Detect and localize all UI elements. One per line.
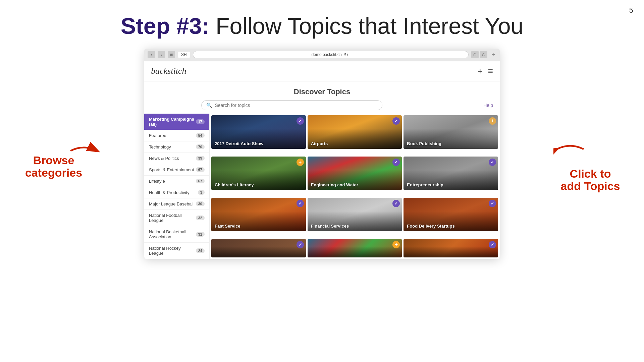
add-button[interactable]: +: [478, 66, 483, 76]
sidebar-item-2[interactable]: Technology70: [144, 141, 209, 153]
search-icon: 🔍: [206, 103, 212, 108]
topic-card-3[interactable]: Children's Literacy +: [211, 157, 306, 190]
topic-name-2: Book Publishing: [407, 141, 488, 146]
topic-card-more-3[interactable]: ✓: [404, 239, 498, 257]
topic-check-badge-0: ✓: [297, 117, 304, 125]
topic-check-badge-7: ✓: [392, 200, 400, 207]
sidebar-badge-1: 54: [196, 133, 205, 138]
topic-name-3: Children's Literacy: [215, 182, 296, 187]
sidebar-badge-2: 70: [196, 144, 205, 149]
sidebar-badge-4: 67: [196, 167, 205, 172]
browser-url-bar[interactable]: demo.backstit.ch ↻: [193, 51, 469, 58]
topic-card-1[interactable]: Airports ✓: [308, 115, 402, 149]
search-input[interactable]: [215, 103, 377, 108]
topic-card-5[interactable]: Entrepreneurship ✓: [404, 157, 498, 190]
topic-card-2[interactable]: Book Publishing +: [404, 115, 498, 149]
topic-card-0[interactable]: 2017 Detroit Auto Show ✓: [211, 115, 306, 149]
topic-name-8: Food Delivery Startups: [407, 224, 488, 229]
topic-check-badge-4: ✓: [392, 159, 400, 166]
help-link[interactable]: Help: [483, 103, 493, 108]
arrow-right-icon: [553, 139, 587, 159]
app-logo: backstitch: [151, 66, 186, 76]
header-actions: + ≡: [478, 66, 493, 76]
sidebar-item-6[interactable]: Health & Productivity3: [144, 187, 209, 198]
sidebar-item-4[interactable]: Sports & Entertainment67: [144, 164, 209, 176]
discover-title: Discover Topics: [151, 87, 493, 96]
topics-grid: 2017 Detroit Auto Show ✓ Airports ✓ Book…: [210, 114, 500, 239]
browser-share-button[interactable]: ⬡: [471, 51, 479, 58]
topic-check-badge-8: ✓: [489, 200, 496, 207]
heading-regular: Follow Topics that Interest You: [209, 13, 523, 39]
main-layout: Marketing Campaigns (all)17Featured54Tec…: [144, 114, 500, 259]
browser-chrome: ‹ › ⊞ SH demo.backstit.ch ↻ ⬡ ⬡ +: [144, 49, 500, 61]
sidebar: Marketing Campaigns (all)17Featured54Tec…: [144, 114, 210, 259]
annotation-right: Click to add Topics: [553, 168, 627, 193]
sidebar-label-9: National Basketball Association: [149, 229, 196, 239]
topic-name-6: Fast Service: [215, 224, 296, 229]
browser-download-button[interactable]: ⬡: [480, 51, 487, 58]
sidebar-badge-8: 32: [196, 216, 205, 220]
browser-actions: ⬡ ⬡: [471, 51, 487, 58]
sidebar-item-5[interactable]: Lifestyle67: [144, 176, 209, 187]
sidebar-item-8[interactable]: National Football League32: [144, 210, 209, 226]
topic-plus-badge-3: +: [297, 159, 304, 166]
browser-forward-button[interactable]: ›: [158, 51, 165, 58]
topic-card-8[interactable]: Food Delivery Startups ✓: [404, 198, 498, 231]
sidebar-label-3: News & Politics: [149, 156, 196, 161]
sidebar-item-3[interactable]: News & Politics39: [144, 153, 209, 164]
topic-name-1: Airports: [311, 141, 392, 146]
sidebar-item-1[interactable]: Featured54: [144, 130, 209, 141]
discover-section: Discover Topics 🔍 Help: [144, 81, 500, 114]
topic-check-icon: ✓: [297, 241, 304, 248]
url-text: demo.backstit.ch: [312, 52, 342, 57]
topic-card-6[interactable]: Fast Service ✓: [211, 198, 306, 231]
menu-button[interactable]: ≡: [488, 66, 493, 76]
app-content: backstitch + ≡ Discover Topics 🔍 Help Ma…: [144, 61, 500, 259]
sidebar-label-4: Sports & Entertainment: [149, 167, 196, 172]
sidebar-label-7: Major League Baseball: [149, 201, 196, 206]
sidebar-label-6: Health & Productivity: [149, 190, 198, 195]
sidebar-badge-9: 31: [196, 232, 205, 237]
topic-name-4: Engineering and Water: [311, 182, 392, 187]
sidebar-badge-5: 67: [196, 179, 205, 183]
sidebar-label-5: Lifestyle: [149, 179, 196, 184]
sidebar-item-9[interactable]: National Basketball Association31: [144, 226, 209, 243]
sidebar-item-7[interactable]: Major League Baseball30: [144, 198, 209, 210]
browser-refresh-button[interactable]: ↻: [342, 52, 350, 58]
sidebar-badge-7: 30: [196, 201, 205, 206]
page-number: 5: [629, 6, 633, 15]
app-header: backstitch + ≡: [144, 61, 500, 81]
sidebar-label-2: Technology: [149, 144, 196, 149]
topic-name-5: Entrepreneurship: [407, 182, 488, 187]
topic-plus-badge-2: +: [489, 117, 496, 125]
sidebar-badge-6: 3: [198, 190, 205, 195]
topic-card-more-2[interactable]: +: [308, 239, 402, 257]
topic-plus-icon: +: [392, 241, 400, 248]
sidebar-item-10[interactable]: National Hockey League24: [144, 243, 209, 259]
topic-check-icon-3: ✓: [489, 241, 496, 248]
browser-new-tab-button[interactable]: +: [490, 51, 496, 58]
sidebar-label-1: Featured: [149, 133, 196, 138]
sidebar-badge-10: 24: [196, 248, 205, 253]
sidebar-badge-3: 39: [196, 156, 205, 161]
sidebar-label-0: Marketing Campaigns (all): [149, 117, 196, 127]
browser-window: ‹ › ⊞ SH demo.backstit.ch ↻ ⬡ ⬡ + backst…: [144, 49, 500, 259]
main-heading: Step #3: Follow Topics that Interest You: [0, 0, 644, 49]
sidebar-item-0[interactable]: Marketing Campaigns (all)17: [144, 114, 209, 130]
search-bar[interactable]: 🔍: [201, 100, 382, 110]
topic-card-7[interactable]: Financial Services ✓: [308, 198, 402, 231]
browser-grid-button[interactable]: ⊞: [168, 51, 175, 58]
topic-card-more-1[interactable]: ✓: [211, 239, 306, 257]
topic-check-badge-5: ✓: [489, 159, 496, 166]
topic-card-4[interactable]: Engineering and Water ✓: [308, 157, 402, 190]
sidebar-badge-0: 17: [196, 119, 205, 124]
topics-grid-bottom: ✓ + ✓: [210, 239, 500, 259]
topic-check-badge-1: ✓: [392, 117, 400, 125]
browser-back-button[interactable]: ‹: [148, 51, 155, 58]
topic-name-7: Financial Services: [311, 224, 392, 229]
topic-name-0: 2017 Detroit Auto Show: [215, 141, 296, 146]
browser-tab-label: SH: [178, 52, 190, 58]
sidebar-label-10: National Hockey League: [149, 246, 196, 256]
heading-bold: Step #3:: [121, 13, 210, 39]
sidebar-label-8: National Football League: [149, 213, 196, 223]
